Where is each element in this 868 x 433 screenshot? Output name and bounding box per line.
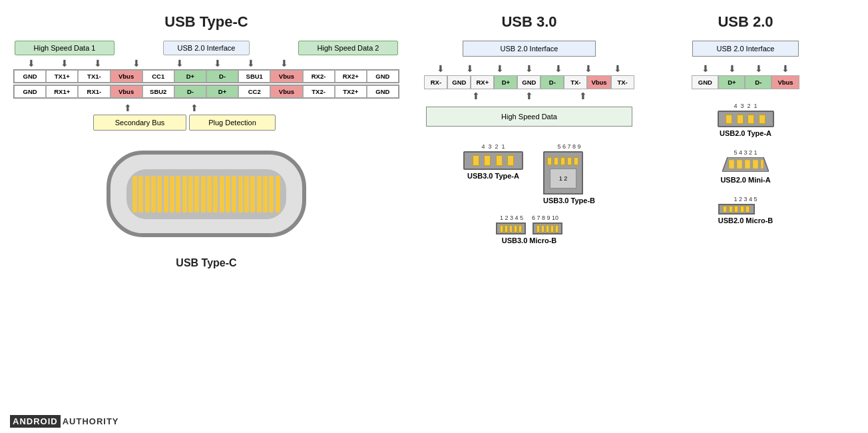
usb3mb-right	[533, 222, 562, 234]
usbc-pin-row1: GND TX1+ TX1- Vbus CC1 D+ D- SBU1 Vbus R…	[13, 69, 399, 83]
usb30-typeb-body: 1 2	[543, 151, 583, 195]
usbc-pin-2	[138, 176, 143, 213]
usb3b-pin4	[567, 157, 572, 165]
usb3mb-pin5	[519, 225, 522, 232]
usb3a-pin2	[484, 155, 491, 166]
usbc-hs-data1-label: High Speed Data 1	[15, 41, 114, 55]
usb20-minia-label: USB2.0 Mini-A	[720, 176, 770, 184]
usb2mb-pin5	[746, 206, 750, 213]
usb30-typea-label: USB3.0 Type-A	[463, 172, 523, 180]
arrow-down: ⬇	[584, 63, 592, 74]
usbc-section: USB Type-C High Speed Data 1 USB 2.0 Int…	[7, 7, 406, 426]
usb20-title: USB 2.0	[659, 13, 832, 31]
usbc-connector-drawing	[100, 144, 313, 244]
usb3mb-pin3	[509, 225, 513, 232]
usbc-arrows-row1: ⬇ ⬇ ⬇ ⬇ ⬇ ⬇ ⬇ ⬇	[13, 58, 399, 69]
usb20-typea-body	[718, 111, 774, 127]
usb3mb-gap	[528, 222, 531, 234]
pin-tx1p: TX1+	[46, 70, 78, 83]
usb20-typea-pin-numbers: 4 3 2 1	[718, 103, 774, 109]
usbc-arrows-hs1: ⬇ ⬇ ⬇	[15, 58, 114, 69]
usb3mb-pin4	[514, 225, 517, 232]
usb20-interface-wrapper: USB 2.0 Interface	[659, 41, 832, 61]
arrow-down: ⬇	[132, 58, 140, 69]
pin-dp-30: D+	[494, 75, 517, 89]
usb30-pin-row: RX- GND RX+ D+ GND D- TX- Vbus TX-	[413, 75, 646, 89]
usbc-pin-19	[244, 176, 249, 213]
pin-dm-20: D-	[745, 75, 771, 89]
usbc-pin-20	[250, 176, 255, 213]
usb2a-pin2	[737, 115, 744, 124]
pin-tx1m: TX1-	[78, 70, 110, 83]
arrow-up: ⬆	[124, 103, 132, 113]
pin-cc1: CC1	[142, 70, 174, 83]
usb3mb-pin10	[555, 225, 558, 232]
usb20-arrows-row: ⬇ ⬇ ⬇ ⬇	[659, 63, 832, 74]
usbc-pin-21	[257, 176, 262, 213]
usb30-microb-body	[496, 222, 562, 234]
secondary-bus-arrows: ⬆	[15, 103, 161, 113]
svg-rect-1	[729, 160, 734, 169]
pin-gnd4: GND	[367, 85, 399, 98]
arrow-down: ⬇	[496, 63, 504, 74]
arrow-up: ⬆	[525, 91, 533, 101]
usb30-typeb-label: USB3.0 Type-B	[543, 197, 595, 205]
usb30-hs-label: High Speed Data	[426, 107, 632, 127]
pin-sbu2: SBU2	[142, 85, 174, 98]
arrow-down: ⬇	[214, 58, 222, 69]
brand-android: ANDROID	[10, 415, 61, 428]
pin-rx1m: RX1-	[78, 85, 110, 98]
usb20-microb-label: USB2.0 Micro-B	[718, 217, 773, 224]
usbc-pin-11	[194, 176, 199, 213]
pin-dm1: D-	[206, 70, 238, 83]
arrow-up: ⬆	[190, 103, 198, 113]
usb30-section: USB 3.0 USB 2.0 Interface ⬇ ⬇ ⬇ ⬇ ⬇ ⬇ ⬇ …	[406, 7, 652, 426]
usbc-pin-14	[213, 176, 218, 213]
usbc-arrows-usb20: ⬇ ⬇	[114, 58, 201, 69]
brand-area: ANDROIDAUTHORITY	[10, 416, 119, 426]
arrow-down: ⬇	[280, 58, 288, 69]
usb30-title: USB 3.0	[413, 13, 646, 31]
usb3b-pin2	[554, 157, 558, 165]
usb20-interface-label: USB 2.0 Interface	[692, 41, 799, 57]
usbc-pin-3	[145, 176, 150, 213]
usb30-up-arrows: ⬆ ⬆ ⬆	[413, 91, 646, 101]
pin-dm2: D-	[174, 85, 206, 98]
usb30-typeb-connector: 5 6 7 8 9 1 2 USB3.0 Type-B	[543, 143, 595, 205]
arrow-down: ⬇	[614, 63, 622, 74]
usb2mb-pin1	[723, 206, 727, 213]
usb30-microb-label: USB3.0 Micro-B	[502, 236, 557, 244]
usb3b-pin5	[574, 157, 578, 165]
pin-rx1p: RX1+	[46, 85, 78, 98]
usb3mb-pin7	[541, 225, 544, 232]
pin-vbus4: Vbus	[270, 85, 302, 98]
usb3mb-left	[496, 222, 526, 234]
arrow-up: ⬆	[472, 91, 480, 101]
usbc-pin-17	[232, 176, 236, 213]
usb30-up-arrows-inner: ⬆ ⬆ ⬆	[426, 91, 632, 101]
usb2mb-pin4	[740, 206, 744, 213]
usb20-microb-pin-numbers: 1 2 3 4 5	[718, 196, 773, 203]
plug-detection-label: Plug Detection	[189, 115, 276, 131]
pin-vbus3: Vbus	[110, 85, 142, 98]
usb2mini-wrapper	[720, 157, 770, 174]
usb30-interface-label: USB 2.0 Interface	[463, 41, 596, 57]
pin-vbus-20: Vbus	[771, 75, 799, 89]
usbc-pin-24	[276, 176, 280, 213]
pin-rx2m: RX2-	[303, 70, 335, 83]
usb20-typea-connector: 4 3 2 1 USB2.0 Type-A	[718, 103, 774, 137]
pin-dp2: D+	[206, 85, 238, 98]
arrow-down: ⬇	[755, 63, 763, 74]
usb3a-pin1	[473, 155, 479, 166]
usb3mb-pin6	[537, 225, 540, 232]
pin-vbus2: Vbus	[270, 70, 302, 83]
arrow-down: ⬇	[525, 63, 533, 74]
secondary-bus-label: Secondary Bus	[93, 115, 186, 131]
usbc-pin-12	[201, 176, 206, 213]
usbc-hs-data2-label: High Speed Data 2	[298, 41, 398, 55]
usb20-connectors: 4 3 2 1 USB2.0 Type-A 5 4 3 2 1	[659, 103, 832, 224]
usbc-pin-8	[176, 176, 180, 213]
pin-vbus: Vbus	[110, 70, 142, 83]
usb20-minia-pin-numbers: 5 4 3 2 1	[720, 149, 770, 156]
usb30-hs-wrapper: High Speed Data	[413, 103, 646, 133]
